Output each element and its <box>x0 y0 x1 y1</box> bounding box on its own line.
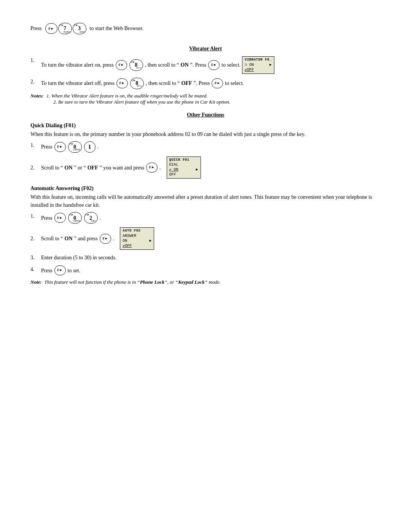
aa-to-set: to set. <box>68 267 80 275</box>
fx-button: F► <box>45 23 57 34</box>
aa-note-text2: ”, or “ <box>164 279 178 285</box>
top-press-line: Press F► F► 7 PQRS F► 3 DEF to start the… <box>30 23 381 34</box>
aa-press-label: Press <box>41 214 53 222</box>
aa-period: . <box>100 214 101 222</box>
vib-on-text-mid2: ”. Press <box>190 61 207 69</box>
vib-on-bold: ON <box>181 61 189 69</box>
note-2: 2. Be sure to turn the Vibrator Alert fe… <box>30 99 381 105</box>
key-2-aa: F► 2 ABC <box>84 212 98 224</box>
key-7-button: F► 7 PQRS <box>58 23 72 34</box>
press-label: Press <box>30 26 42 32</box>
qd-scroll-text: Scroll to “ <box>41 164 63 172</box>
fx-btn-qd1: F► <box>54 142 66 152</box>
aa-step-2-content: Scroll to “ ON ” and press F► . AUTO F02… <box>41 227 154 250</box>
qd-num-1: 1. <box>30 141 41 149</box>
quick-dial-lcd: QUICK F01 DIAL ✔ ON ► OFF <box>167 157 201 179</box>
other-functions-section: Other Functions Quick Dialing (F01) When… <box>30 112 381 285</box>
notes-label: Notes: <box>30 93 44 99</box>
fx-btn-vib1: F► <box>116 60 127 70</box>
fx-btn-aa1: F► <box>54 213 66 223</box>
other-functions-title: Other Functions <box>30 112 381 118</box>
vib-on-text-pre: To turn the vibrator alert on, press <box>41 61 114 69</box>
auto-answer-title: Automatic Answering (F02) <box>30 185 381 192</box>
vibrator-item-2: 2. To turn the vibrator alert off, press… <box>30 78 381 89</box>
auto-answer-step-4: 4. Press F► to set. <box>30 265 381 275</box>
auto-answer-section: Automatic Answering (F02) With this feat… <box>30 185 381 285</box>
vibrator-lcd: VIBRATOR F8_ ⊃ ON ► ✔OFF <box>242 56 274 74</box>
qd-period: . <box>97 143 99 151</box>
aa-note-text: This feature will not function if the ph… <box>45 279 140 285</box>
aa-scroll-text: Scroll to “ <box>41 235 63 243</box>
aa-num-3: 3. <box>30 254 41 262</box>
vib-on-text-mid: , then scroll to “ <box>145 61 179 69</box>
vibrator-alert-section: Vibrator Alert 1. To turn the vibrator a… <box>30 46 381 105</box>
aa-and-text: ” and press <box>74 235 98 243</box>
fx-btn-aa4: F► <box>54 265 66 275</box>
list-num-1: 1. <box>30 56 41 64</box>
qd-step-1-content: Press F► F► 0 OPER 1 . <box>41 141 99 153</box>
auto-answer-step-3: 3. Enter duration (5 to 30) in seconds. <box>30 254 381 262</box>
web-browser-label: to start the Web Browser. <box>90 26 143 32</box>
fx-btn-aa2: F► <box>100 234 111 244</box>
quick-dial-step-1: 1. Press F► F► 0 OPER 1 <box>30 141 381 153</box>
qd-period2: . <box>159 164 161 172</box>
qd-on-bold: ON <box>65 164 73 172</box>
qd-step-2-content: Scroll to “ ON ” or “ OFF ” you want and… <box>41 157 201 179</box>
qd-press-label: Press <box>41 143 53 151</box>
aa-on-bold: ON <box>65 235 73 243</box>
auto-answer-desc: With this feature on, incoming calls wil… <box>30 193 381 209</box>
vib-off-bold: OFF <box>182 79 192 87</box>
auto-answer-step-2: 2. Scroll to “ ON ” and press F► . AUTO … <box>30 227 381 250</box>
vibrator-item-2-content: To turn the vibrator alert off, press F►… <box>41 78 244 89</box>
vibrator-item-1: 1. To turn the vibrator alert on, press … <box>30 56 381 74</box>
aa-num-4: 4. <box>30 265 41 273</box>
fx-btn-vib2-select: F► <box>212 78 223 88</box>
key-8-vib1: F► 8 TUV <box>129 59 143 71</box>
auto-answer-step-1: 1. Press F► F► 0 OPER F► 2 ABC <box>30 212 381 224</box>
vib-off-text-mid2: ”. Press <box>194 79 210 87</box>
aa-keypad-lock: Keypad Lock <box>178 279 205 285</box>
aa-step-4-content: Press F► to set. <box>41 265 80 275</box>
fx-btn-vib2: F► <box>116 78 128 88</box>
quick-dial-step-2: 2. Scroll to “ ON ” or “ OFF ” you want … <box>30 157 381 179</box>
auto-answer-lcd: AUTO F02 ANSWER ON ► ✔OFF <box>120 227 154 250</box>
auto-answer-note: Note: This feature will not function if … <box>30 279 381 285</box>
qd-or-text: ” or “ <box>74 164 86 172</box>
vib-off-text-post: to select. <box>225 79 244 87</box>
aa-num-2: 2. <box>30 235 41 243</box>
qd-off-bold: OFF <box>88 164 98 172</box>
aa-step-3-text: Enter duration (5 to 30) in seconds. <box>41 254 116 262</box>
page-content: Press F► F► 7 PQRS F► 3 DEF to start the… <box>30 23 381 285</box>
qd-num-2: 2. <box>30 164 41 172</box>
quick-dial-title: Quick Dialing (F01) <box>30 123 381 129</box>
aa-note-label: Note: <box>30 279 42 285</box>
button-group-web: F► F► 7 PQRS F► 3 DEF <box>45 23 87 34</box>
key-0-aa: F► 0 OPER <box>68 212 82 224</box>
fx-btn-vib1-select: F► <box>208 60 220 70</box>
fx-btn-qd2: F► <box>146 163 158 173</box>
aa-num-1: 1. <box>30 212 41 220</box>
vibrator-item-1-content: To turn the vibrator alert on, press F► … <box>41 56 274 74</box>
quick-dial-section: Quick Dialing (F01) When this feature is… <box>30 123 381 179</box>
aa-phone-lock: Phone Lock <box>140 279 165 285</box>
note-1: 1. When the Vibrator Alert feature is on… <box>46 93 208 99</box>
aa-step-1-content: Press F► F► 0 OPER F► 2 ABC . <box>41 212 101 224</box>
quick-dial-desc: When this feature is on, the primary num… <box>30 130 381 138</box>
qd-want-text: ” you want and press <box>100 164 144 172</box>
vibrator-notes: Notes: 1. When the Vibrator Alert featur… <box>30 93 381 105</box>
key-0-qd: F► 0 OPER <box>68 141 82 153</box>
list-num-2: 2. <box>30 78 41 86</box>
aa-press-set: Press <box>41 267 53 275</box>
key-8-vib2: F► 8 TUV <box>130 78 144 89</box>
key-1-qd: 1 <box>84 141 96 153</box>
vibrator-alert-title: Vibrator Alert <box>30 46 381 52</box>
aa-period2: . <box>113 235 115 243</box>
vib-off-text-pre: To turn the vibrator alert off, press <box>41 79 115 87</box>
key-3-button: F► 3 DEF <box>73 23 86 34</box>
vib-on-text-post: to select. <box>221 61 241 69</box>
aa-note-text3: ” mode. <box>205 279 221 285</box>
vib-off-text-mid: , then scroll to “ <box>146 79 180 87</box>
